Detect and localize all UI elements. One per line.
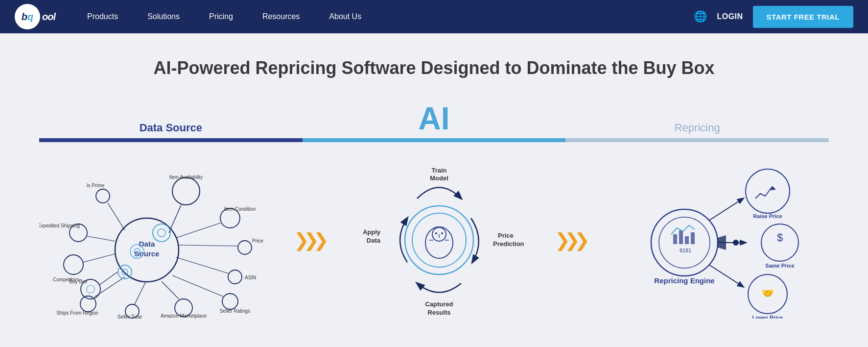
nav-resources[interactable]: Resources — [250, 0, 312, 33]
logo-icon: bq — [22, 11, 33, 23]
diagram-section: Data Source Item Availability Is Prime I… — [39, 162, 829, 319]
nav-right: 🌐 LOGIN START FREE TRIAL — [694, 6, 853, 28]
data-source-svg: Data Source Item Availability Is Prime I… — [39, 162, 284, 319]
svg-point-42 — [153, 224, 170, 242]
progress-repricing: Repricing — [565, 122, 829, 142]
svg-point-75 — [733, 240, 739, 246]
nav-links: Products Solutions Pricing Resources Abo… — [75, 0, 694, 33]
svg-text:0101: 0101 — [680, 248, 691, 253]
svg-line-6 — [169, 205, 181, 233]
svg-text:Buy Box: Buy Box — [69, 279, 87, 284]
svg-text:Expedited Shipping: Expedited Shipping — [39, 223, 80, 228]
svg-text:Apply: Apply — [362, 228, 380, 236]
svg-text:Captured: Captured — [425, 300, 453, 308]
progress-data-source: Data Source — [39, 122, 303, 142]
arrow-connector-1: ❯❯❯ — [294, 229, 323, 251]
logo-name: ool — [42, 11, 55, 23]
svg-text:Price: Price — [252, 238, 263, 244]
data-source-diagram: Data Source Item Availability Is Prime I… — [39, 162, 284, 319]
globe-icon[interactable]: 🌐 — [694, 10, 707, 23]
svg-line-12 — [176, 223, 220, 238]
ai-label: AI — [419, 103, 450, 134]
svg-text:Train: Train — [431, 167, 446, 174]
bar-ai — [303, 138, 566, 142]
svg-text:$: $ — [777, 231, 783, 244]
svg-point-8 — [96, 189, 110, 203]
svg-line-72 — [709, 198, 743, 221]
svg-text:Prediction: Prediction — [493, 240, 524, 248]
nav-pricing[interactable]: Pricing — [197, 0, 245, 33]
svg-text:Model: Model — [430, 174, 448, 182]
arrow-connector-2: ❯❯❯ — [555, 229, 584, 251]
bar-repricing — [565, 138, 829, 142]
svg-point-14 — [238, 241, 252, 254]
svg-text:Raise Price: Raise Price — [753, 213, 782, 219]
bar-data — [39, 138, 303, 142]
progress-ai: AI — [303, 103, 566, 142]
repricing-diagram: 0101 Repricing Engine — [594, 162, 829, 319]
svg-rect-66 — [673, 234, 677, 244]
logo[interactable]: bq ool — [15, 4, 55, 29]
svg-rect-68 — [685, 236, 689, 244]
svg-line-27 — [172, 275, 223, 297]
svg-text:Item Condition: Item Condition — [224, 206, 256, 212]
svg-text:🤝: 🤝 — [762, 287, 774, 299]
nav-about[interactable]: About Us — [317, 0, 374, 33]
svg-line-24 — [83, 254, 115, 262]
svg-line-21 — [87, 236, 115, 241]
svg-point-77 — [746, 169, 790, 213]
svg-line-30 — [162, 281, 179, 299]
main-content: AI-Powered Repricing Software Designed t… — [0, 33, 868, 347]
svg-line-9 — [108, 203, 125, 230]
svg-point-48 — [425, 227, 453, 258]
svg-text:Results: Results — [427, 309, 450, 316]
trial-button[interactable]: START FREE TRIAL — [753, 6, 853, 28]
svg-text:Amazon Marketplace: Amazon Marketplace — [161, 313, 207, 319]
svg-text:Data: Data — [366, 237, 380, 244]
svg-line-15 — [179, 245, 238, 246]
svg-text:Item Availability: Item Availability — [169, 174, 203, 180]
navbar: bq ool Products Solutions Pricing Resour… — [0, 0, 868, 33]
progress-bar-section: Data Source AI Repricing — [39, 103, 829, 142]
login-button[interactable]: LOGIN — [717, 12, 743, 21]
svg-point-17 — [228, 270, 242, 284]
svg-point-64 — [651, 209, 718, 276]
svg-text:Seller Type: Seller Type — [117, 314, 142, 319]
svg-line-40 — [99, 272, 117, 285]
ai-cycle-svg: Train Model Price Prediction Captured Re… — [341, 162, 537, 319]
arrow-chevron-1: ❯❯❯ — [294, 229, 323, 251]
svg-rect-69 — [691, 232, 695, 244]
svg-text:Source: Source — [135, 249, 160, 258]
svg-text:Seller Ratings: Seller Ratings — [220, 308, 250, 314]
repricing-svg: 0101 Repricing Engine — [594, 162, 829, 319]
svg-text:Data: Data — [139, 240, 155, 248]
svg-point-46 — [405, 206, 473, 274]
svg-text:ASIN: ASIN — [245, 275, 256, 280]
svg-line-33 — [135, 281, 146, 304]
ai-diagram: Train Model Price Prediction Captured Re… — [333, 162, 545, 319]
svg-point-65 — [659, 217, 710, 268]
repricing-label: Repricing — [675, 122, 720, 134]
nav-products[interactable]: Products — [75, 0, 130, 33]
page-title: AI-Powered Repricing Software Designed t… — [39, 58, 829, 78]
svg-text:Lower Price: Lower Price — [752, 315, 783, 319]
svg-text:Price: Price — [498, 232, 514, 239]
svg-point-50 — [435, 232, 437, 234]
svg-point-47 — [412, 213, 466, 267]
svg-point-44 — [118, 265, 132, 279]
svg-point-43 — [158, 229, 165, 237]
nav-solutions[interactable]: Solutions — [135, 0, 192, 33]
svg-point-45 — [122, 269, 128, 275]
svg-point-51 — [441, 232, 443, 234]
logo-circle: bq — [15, 4, 40, 29]
svg-point-39 — [87, 285, 94, 293]
arrow-chevron-2: ❯❯❯ — [555, 229, 584, 251]
svg-text:Repricing Engine: Repricing Engine — [654, 276, 714, 285]
data-source-label: Data Source — [140, 122, 202, 134]
svg-rect-67 — [679, 230, 683, 244]
svg-line-18 — [176, 257, 229, 273]
svg-text:Same Price: Same Price — [765, 263, 794, 269]
svg-text:Ships From Region: Ships From Region — [56, 310, 98, 316]
svg-point-5 — [172, 177, 200, 205]
svg-point-23 — [64, 255, 83, 274]
